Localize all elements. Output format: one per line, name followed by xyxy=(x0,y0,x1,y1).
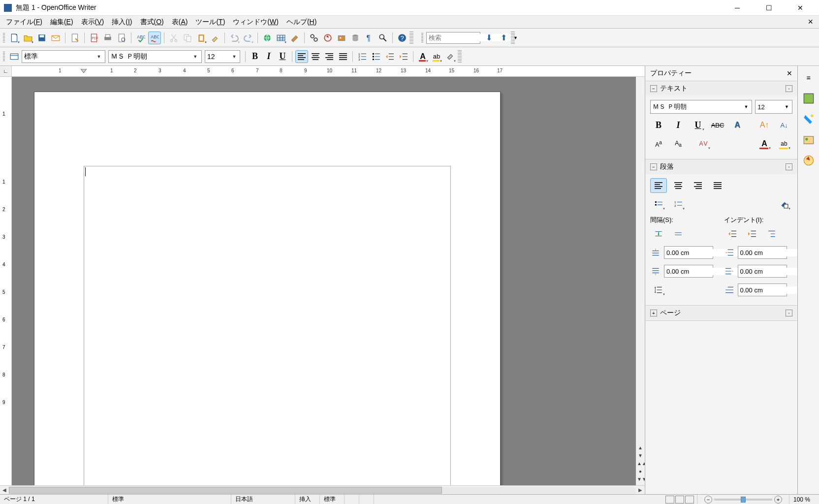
multi-page-view-button[interactable] xyxy=(675,496,684,504)
prev-page-button[interactable]: ▲▲ xyxy=(637,461,644,468)
menu-insert[interactable]: 挿入(I) xyxy=(108,16,136,29)
hyperlink-button[interactable] xyxy=(261,32,274,44)
text-area[interactable] xyxy=(84,166,451,485)
justify-button[interactable] xyxy=(337,50,349,63)
toolbar-grip[interactable] xyxy=(421,33,423,43)
paste-button[interactable] xyxy=(195,32,208,44)
sidebar-align-left-button[interactable] xyxy=(650,178,667,193)
find-replace-button[interactable] xyxy=(308,32,320,44)
decrease-font-button[interactable]: A↓ xyxy=(776,118,792,132)
zoom-thumb[interactable] xyxy=(741,497,746,503)
toolbar-grip[interactable] xyxy=(3,52,5,62)
paragraph-panel-header[interactable]: − 段落 ▫ xyxy=(645,159,797,174)
scroll-up-button[interactable]: ▲ xyxy=(637,445,644,452)
autospellcheck-button[interactable]: ABC xyxy=(148,32,161,44)
sidebar-font-name-combo[interactable]: ▼ xyxy=(650,100,752,114)
undo-button[interactable] xyxy=(228,32,241,44)
menu-tools[interactable]: ツール(T) xyxy=(191,16,229,29)
sidebar-decrease-indent-button[interactable] xyxy=(724,226,741,241)
increase-font-button[interactable]: A↑ xyxy=(756,118,773,132)
gallery-tab[interactable] xyxy=(801,131,817,149)
status-page[interactable]: ページ 1 / 1 xyxy=(0,495,108,504)
sidebar-numbering-button[interactable]: 12 xyxy=(670,197,687,212)
align-center-button[interactable] xyxy=(309,50,322,63)
align-left-button[interactable] xyxy=(295,50,308,63)
scroll-down-button[interactable]: ▼ xyxy=(637,453,644,460)
menu-edit[interactable]: 編集(E) xyxy=(46,16,77,29)
page[interactable] xyxy=(34,92,501,485)
zoom-out-button[interactable]: − xyxy=(704,496,712,504)
bold-button[interactable]: B xyxy=(249,50,261,63)
toolbar-overflow[interactable] xyxy=(511,32,515,44)
increase-spacing-button[interactable] xyxy=(650,226,667,241)
menu-format[interactable]: 書式(O) xyxy=(136,16,168,29)
cut-button[interactable] xyxy=(167,32,180,44)
open-button[interactable] xyxy=(22,32,34,44)
zoom-percent[interactable]: 100 % xyxy=(789,495,819,504)
sidebar-highlight-button[interactable]: ab xyxy=(776,136,792,151)
help-button[interactable]: ? xyxy=(396,32,409,44)
edit-file-button[interactable] xyxy=(68,32,81,44)
sidebar-bold-button[interactable]: B xyxy=(650,118,667,132)
sidebar-font-color-button[interactable]: A xyxy=(756,136,773,151)
background-color-button[interactable] xyxy=(444,50,457,63)
above-spacing-input[interactable]: ▲▼ xyxy=(664,246,713,259)
dropdown-arrow[interactable]: ▼ xyxy=(784,104,790,109)
below-spacing-input[interactable]: ▲▼ xyxy=(664,265,713,278)
font-size-combo[interactable]: ▼ xyxy=(205,50,240,63)
highlight-button[interactable]: ab xyxy=(430,50,443,63)
subscript-button[interactable]: Aa xyxy=(670,136,687,151)
sidebar-align-right-button[interactable] xyxy=(690,178,706,193)
print-button[interactable] xyxy=(101,32,114,44)
status-signature[interactable] xyxy=(359,495,374,504)
sidebar-italic-button[interactable]: I xyxy=(670,118,687,132)
status-insert-mode[interactable]: 挿入 xyxy=(295,495,320,504)
dropdown-arrow[interactable]: ▼ xyxy=(742,104,750,109)
italic-button[interactable]: I xyxy=(262,50,275,63)
menu-table[interactable]: 表(A) xyxy=(168,16,192,29)
status-selection-mode[interactable]: 標準 xyxy=(320,495,345,504)
book-view-button[interactable] xyxy=(685,496,694,504)
dropdown-arrow[interactable]: ▼ xyxy=(95,54,103,59)
horizontal-ruler[interactable]: 1 1 2 3 4 5 6 7 8 9 10 11 12 13 14 15 16… xyxy=(12,66,645,76)
font-color-button[interactable]: A xyxy=(416,50,429,63)
vertical-ruler[interactable]: 1 1 2 3 4 5 6 7 8 9 xyxy=(0,77,12,485)
zoom-in-button[interactable]: + xyxy=(774,496,782,504)
sidebar-strikethrough-button[interactable]: ABC xyxy=(709,118,726,132)
navigator-tab[interactable] xyxy=(801,152,817,169)
copy-button[interactable] xyxy=(181,32,194,44)
sidebar-close-button[interactable]: ✕ xyxy=(787,69,792,77)
status-style[interactable]: 標準 xyxy=(108,495,231,504)
hanging-indent-button[interactable] xyxy=(763,226,780,241)
sidebar-align-center-button[interactable] xyxy=(670,178,687,193)
ruler-corner[interactable]: ∟ xyxy=(0,66,12,76)
superscript-button[interactable]: Aa xyxy=(650,136,667,151)
redo-button[interactable] xyxy=(242,32,254,44)
font-name-combo[interactable]: ▼ xyxy=(108,50,202,63)
increase-indent-button[interactable] xyxy=(397,50,410,63)
horizontal-scrollbar[interactable]: ◀ ▶ xyxy=(0,485,645,494)
sidebar-increase-indent-button[interactable] xyxy=(744,226,760,241)
new-button[interactable] xyxy=(8,32,21,44)
menu-help[interactable]: ヘルプ(H) xyxy=(283,16,320,29)
text-panel-header[interactable]: − テキスト ▫ xyxy=(645,81,797,96)
save-button[interactable] xyxy=(35,32,48,44)
scroll-left-button[interactable]: ◀ xyxy=(0,487,9,493)
sidebar-font-size-combo[interactable]: ▼ xyxy=(755,100,792,114)
line-spacing-button[interactable] xyxy=(650,283,667,297)
maximize-button[interactable]: ☐ xyxy=(758,0,780,16)
styles-tab[interactable] xyxy=(801,110,817,128)
collapse-icon[interactable]: − xyxy=(650,163,657,170)
expand-icon[interactable]: + xyxy=(650,310,657,316)
align-right-button[interactable] xyxy=(323,50,336,63)
menu-file[interactable]: ファイル(F) xyxy=(2,16,46,29)
close-button[interactable]: ✕ xyxy=(789,0,811,16)
scroll-right-button[interactable]: ▶ xyxy=(636,487,645,493)
paragraph-background-button[interactable] xyxy=(776,197,792,212)
email-button[interactable] xyxy=(49,32,62,44)
sidebar-shadow-button[interactable]: A xyxy=(729,118,746,132)
zoom-button[interactable] xyxy=(377,32,389,44)
styles-button[interactable] xyxy=(8,50,21,63)
sidebar-menu-button[interactable]: ≡ xyxy=(801,69,817,87)
status-language[interactable]: 日本語 xyxy=(231,495,295,504)
